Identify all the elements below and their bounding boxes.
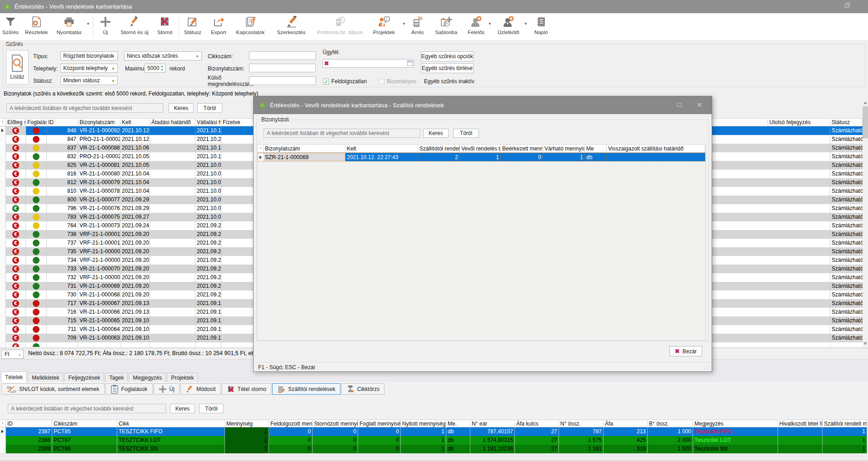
vertical-scrollbar[interactable] [863, 99, 868, 347]
column-header[interactable]: Bizonylatszám [264, 145, 345, 152]
column-header[interactable]: Vállalási határ [195, 119, 221, 126]
tétel-storno-button[interactable]: Tétel storno [222, 383, 271, 395]
column-header[interactable]: Cikk [117, 420, 225, 427]
column-header[interactable]: Szállítói rendelt me [823, 420, 867, 427]
listaz-button[interactable]: Listáz [6, 50, 29, 85]
statusz-select[interactable]: Minden státusz▼ [60, 76, 118, 85]
column-header[interactable]: Fizetve [221, 119, 254, 126]
tab-tagek[interactable]: Tagek [105, 373, 128, 382]
column-header[interactable]: * [0, 420, 6, 427]
main-search-input[interactable]: A lekérdezett listában itt végezhet tová… [6, 103, 163, 113]
foglalások-button[interactable]: Foglalások [105, 383, 153, 395]
cikktörzs-button[interactable]: Cikktörzs [341, 383, 384, 395]
bezar-button[interactable]: ✖ Bezár [669, 346, 702, 356]
maximum-spinner[interactable]: 5000▲▼ [145, 64, 165, 73]
tab-megjegyzés[interactable]: Megjegyzés [129, 373, 166, 382]
bizonylatszam-input[interactable] [249, 64, 316, 72]
bottom-torol-button[interactable]: Töröl [199, 404, 224, 413]
feldolgozatlan-checkbox[interactable]: ✓ Feldolgozatlan [323, 78, 367, 85]
dialog-maximize-icon[interactable] [675, 101, 683, 109]
currency-select[interactable]: Ft⌄ [1, 350, 24, 359]
scroll-up-icon[interactable] [863, 101, 867, 104]
column-header[interactable]: Foglalt mennyiség [358, 420, 401, 427]
egyeb-szures-torlese-button[interactable]: Egyéb szűrés törlése [421, 63, 474, 73]
scroll-down-icon[interactable] [863, 342, 867, 345]
clear-icon[interactable]: ✖ [324, 60, 329, 67]
idoszak-select[interactable]: Nincs időszak szűrés▼ [124, 51, 202, 60]
column-header[interactable]: Beérkezett menny [501, 145, 543, 152]
main-keres-button[interactable]: Keres [169, 103, 194, 113]
column-header[interactable]: Vevői rendelés té [460, 145, 501, 152]
ugyfel-field[interactable]: ✖ [322, 59, 414, 68]
column-header[interactable]: Feldolgozott menn [269, 420, 313, 427]
toolbar-button-responsible[interactable]: Felelős [464, 13, 488, 40]
toolbar-button-export[interactable]: Export [205, 13, 232, 40]
table-row[interactable]: SZR-21-1-0000692021.10.12. 22:27:432101d… [258, 153, 705, 161]
toolbar-button-cancel[interactable]: Stornó [153, 13, 177, 40]
column-header[interactable]: Kelt [345, 145, 418, 152]
table-row[interactable]: 2387PCT85TESZTCIKK FIFO10001db787,401572… [0, 427, 867, 436]
column-header[interactable]: Foglalás [26, 119, 47, 126]
dialog-close-icon[interactable]: ✕ [695, 101, 703, 109]
toolbar-dropdown-arrow-icon[interactable]: ▼ [488, 13, 493, 40]
column-header[interactable]: ID [6, 420, 52, 427]
column-header[interactable]: Mennyiség [225, 420, 269, 427]
table-row[interactable]: 2388PCT87TESZTCIKK LOT10001db1 574,80315… [0, 436, 867, 445]
dialog-search-input[interactable]: A lekérdezett listában itt végezhet tová… [264, 129, 420, 138]
toolbar-button-attachments[interactable]: Kapcsolatok [232, 13, 269, 40]
column-header[interactable]: Visszaigazolt szállítási határidő [607, 145, 705, 152]
column-header[interactable]: Előleg s [6, 119, 26, 126]
column-header[interactable]: Várható mennyisé [543, 145, 585, 152]
toolbar-button-log[interactable]: Napló [529, 13, 554, 40]
bottom-keres-button[interactable]: Keres [170, 404, 195, 413]
column-header[interactable]: N° eár [470, 420, 515, 427]
column-header[interactable]: Kelt [120, 119, 150, 126]
toolbar-button-projects[interactable]: !Projektek [366, 13, 402, 40]
szállítói-rendelések-button[interactable]: Szállítói rendelések [272, 383, 340, 395]
checkbox-checked-icon[interactable]: ✓ [323, 79, 329, 85]
toolbar-button-details[interactable]: Részletek [21, 13, 52, 40]
column-header[interactable]: Státusz [830, 119, 863, 126]
dialog-titlebar[interactable]: Értékesítés - Vevői rendelések karbantar… [254, 96, 712, 114]
toolbar-dropdown-arrow-icon[interactable]: ▼ [86, 13, 91, 40]
tab-projektek[interactable]: Projektek [167, 373, 198, 382]
toolbar-button-print[interactable]: Nyomtatás [52, 13, 86, 40]
toolbar-button-new[interactable]: Új [95, 13, 116, 40]
column-header[interactable]: Utolsó feljegyzés [768, 119, 830, 126]
toolbar-dropdown-arrow-icon[interactable]: ▼ [524, 13, 529, 40]
restore-window-icon[interactable] [845, 3, 850, 8]
column-header[interactable]: Bizonylatszám [78, 119, 120, 126]
telephely-select[interactable]: Központi telephely▼ [60, 64, 118, 73]
column-header[interactable]: ID [47, 119, 78, 126]
toolbar-button-filter[interactable]: Szűrés [0, 13, 21, 40]
column-header[interactable]: Me [585, 145, 607, 152]
tab-feljegyzések[interactable]: Feljegyzések [64, 373, 104, 382]
kulso-megrendelesszam-input[interactable] [249, 76, 316, 85]
új-button[interactable]: Új [154, 383, 180, 395]
toolbar-button-cancel-new[interactable]: Stornó és új [116, 13, 153, 40]
toolbar-button-status[interactable]: Státusz [180, 13, 205, 40]
column-header[interactable]: Cikkszám [52, 420, 117, 427]
column-header[interactable]: Áfa [604, 420, 648, 427]
column-header[interactable]: * [0, 119, 6, 126]
toolbar-button-edit[interactable]: Szerkesztés [269, 13, 314, 40]
spinner-arrows-icon[interactable]: ▲▼ [160, 65, 164, 72]
bottom-search-input[interactable]: A lekérdezett listában itt végezhet tová… [8, 404, 166, 413]
column-header[interactable]: Nyitott mennyiség [401, 420, 446, 427]
lookup-icon[interactable] [407, 60, 413, 66]
tab-tételek[interactable]: Tételek [1, 371, 27, 382]
column-header[interactable]: Me. [446, 420, 470, 427]
toolbar-button-agent[interactable]: Üzletkötő [493, 13, 524, 40]
dialog-keres-button[interactable]: Keres [423, 129, 449, 138]
toolbar-button-margin[interactable]: %Árrés [407, 13, 428, 40]
scrollbar-thumb[interactable] [863, 106, 868, 138]
column-header[interactable]: Átadási határidő [150, 119, 195, 126]
column-header[interactable]: Áfa kulcs [515, 420, 559, 427]
resize-grip-icon[interactable]: ⋰ [706, 366, 710, 370]
tab-mellékletek[interactable]: Mellékletek [28, 373, 63, 382]
toolbar-dropdown-arrow-icon[interactable]: ▼ [402, 13, 407, 40]
column-header[interactable]: * [258, 145, 264, 152]
egyeb-szuresi-opciok-button[interactable]: Egyéb szűrési opciók [421, 51, 474, 61]
column-header[interactable]: B° össz. [648, 420, 693, 427]
table-row[interactable]: 2389PCT86TESZTCIKK SN10001db1 181,102362… [0, 445, 867, 453]
